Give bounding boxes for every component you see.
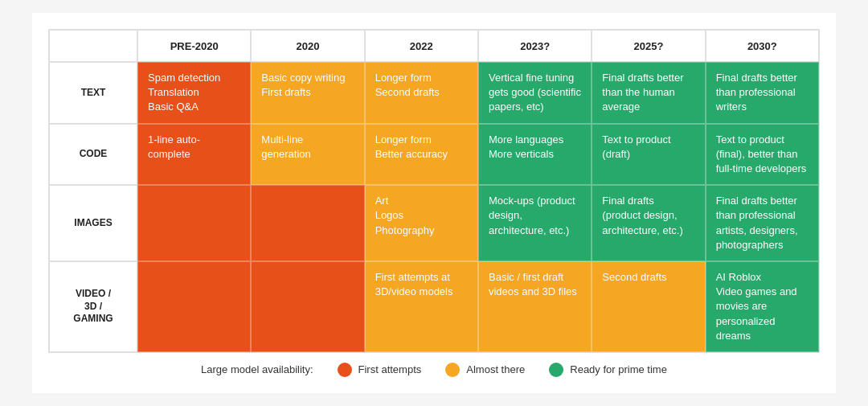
row-label-0: TEXT bbox=[49, 62, 137, 124]
legend-dot-2 bbox=[549, 363, 563, 377]
cell-r3-c5: AI Roblox Video games and movies are per… bbox=[706, 261, 819, 352]
header-col3: 2022 bbox=[365, 30, 478, 62]
legend-text-1: Almost there bbox=[466, 363, 525, 375]
cell-r2-c1 bbox=[251, 185, 364, 261]
legend-dot-1 bbox=[445, 363, 460, 377]
header-col4: 2023? bbox=[478, 30, 592, 62]
row-label-3: VIDEO / 3D / GAMING bbox=[49, 261, 137, 352]
cell-r3-c0 bbox=[137, 261, 251, 352]
cell-r1-c4: Text to product (draft) bbox=[592, 124, 705, 186]
legend-dot-0 bbox=[338, 363, 352, 377]
capability-grid: PRE-2020202020222023?2025?2030?TEXTSpam … bbox=[48, 29, 820, 353]
cell-r1-c1: Multi-line generation bbox=[251, 124, 364, 186]
row-label-1: CODE bbox=[49, 124, 137, 186]
cell-r3-c3: Basic / first draft videos and 3D files bbox=[478, 261, 592, 352]
legend-label: Large model availability: bbox=[201, 363, 313, 375]
cell-r2-c2: Art Logos Photography bbox=[365, 185, 478, 261]
main-container: PRE-2020202020222023?2025?2030?TEXTSpam … bbox=[32, 13, 836, 393]
cell-r0-c4: Final drafts better than the human avera… bbox=[592, 62, 705, 124]
legend: Large model availability:First attemptsA… bbox=[48, 363, 820, 377]
cell-r2-c5: Final drafts better than professional ar… bbox=[706, 185, 819, 261]
legend-text-2: Ready for prime time bbox=[570, 363, 667, 375]
cell-r3-c4: Second drafts bbox=[592, 261, 705, 352]
cell-r2-c3: Mock-ups (product design, architecture, … bbox=[478, 185, 592, 261]
legend-text-0: First attempts bbox=[358, 363, 422, 375]
row-label-2: IMAGES bbox=[49, 185, 137, 261]
header-empty bbox=[49, 30, 137, 62]
cell-r2-c0 bbox=[137, 185, 251, 261]
cell-r1-c2: Longer form Better accuracy bbox=[365, 124, 478, 186]
header-col2: 2020 bbox=[251, 30, 364, 62]
cell-r1-c3: More languages More verticals bbox=[478, 124, 592, 186]
cell-r0-c3: Vertical fine tuning gets good (scientif… bbox=[478, 62, 592, 124]
cell-r0-c0: Spam detection Translation Basic Q&A bbox=[137, 62, 251, 124]
cell-r3-c1 bbox=[251, 261, 364, 352]
header-col1: PRE-2020 bbox=[137, 30, 251, 62]
header-col6: 2030? bbox=[706, 30, 819, 62]
cell-r3-c2: First attempts at 3D/video models bbox=[365, 261, 478, 352]
cell-r1-c5: Text to product (final), better than ful… bbox=[706, 124, 819, 186]
header-col5: 2025? bbox=[592, 30, 705, 62]
cell-r0-c2: Longer form Second drafts bbox=[365, 62, 478, 124]
cell-r2-c4: Final drafts (product design, architectu… bbox=[592, 185, 705, 261]
cell-r1-c0: 1-line auto-complete bbox=[137, 124, 251, 186]
legend-item-2: Ready for prime time bbox=[549, 363, 667, 377]
legend-item-0: First attempts bbox=[338, 363, 422, 377]
cell-r0-c1: Basic copy writing First drafts bbox=[251, 62, 364, 124]
cell-r0-c5: Final drafts better than professional wr… bbox=[706, 62, 819, 124]
legend-item-1: Almost there bbox=[445, 363, 525, 377]
